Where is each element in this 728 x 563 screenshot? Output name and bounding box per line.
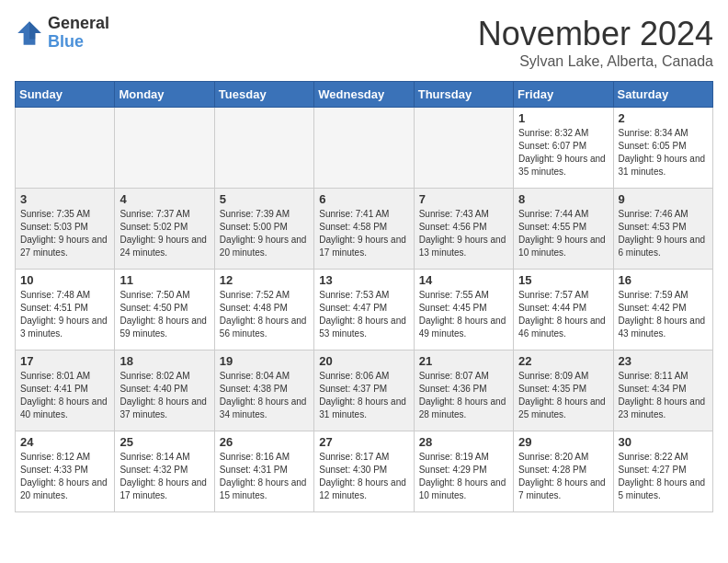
calendar-cell: 7Sunrise: 7:43 AM Sunset: 4:56 PM Daylig… bbox=[414, 189, 513, 270]
day-info: Sunrise: 7:57 AM Sunset: 4:44 PM Dayligh… bbox=[518, 289, 608, 340]
day-info: Sunrise: 7:50 AM Sunset: 4:50 PM Dayligh… bbox=[119, 289, 209, 340]
day-number: 28 bbox=[419, 435, 508, 449]
logo-icon bbox=[15, 18, 44, 48]
calendar-week-row: 17Sunrise: 8:01 AM Sunset: 4:41 PM Dayli… bbox=[16, 350, 713, 431]
day-info: Sunrise: 7:55 AM Sunset: 4:45 PM Dayligh… bbox=[419, 289, 508, 340]
location-subtitle: Sylvan Lake, Alberta, Canada bbox=[478, 53, 713, 70]
calendar-cell: 2Sunrise: 8:34 AM Sunset: 6:05 PM Daylig… bbox=[613, 108, 712, 189]
day-info: Sunrise: 8:19 AM Sunset: 4:29 PM Dayligh… bbox=[419, 451, 508, 502]
day-number: 4 bbox=[119, 192, 209, 206]
day-number: 29 bbox=[518, 435, 608, 449]
calendar-body: 1Sunrise: 8:32 AM Sunset: 6:07 PM Daylig… bbox=[16, 108, 713, 512]
day-info: Sunrise: 7:37 AM Sunset: 5:02 PM Dayligh… bbox=[119, 208, 209, 259]
calendar-cell: 6Sunrise: 7:41 AM Sunset: 4:58 PM Daylig… bbox=[314, 189, 414, 270]
calendar-cell bbox=[314, 108, 414, 189]
day-number: 3 bbox=[20, 192, 109, 206]
day-number: 12 bbox=[220, 273, 309, 287]
day-info: Sunrise: 8:09 AM Sunset: 4:35 PM Dayligh… bbox=[518, 370, 608, 421]
day-info: Sunrise: 8:22 AM Sunset: 4:27 PM Dayligh… bbox=[619, 451, 708, 502]
page-header: General Blue November 2024 Sylvan Lake, … bbox=[15, 15, 713, 70]
day-info: Sunrise: 8:34 AM Sunset: 6:05 PM Dayligh… bbox=[619, 127, 708, 178]
calendar-cell bbox=[16, 108, 115, 189]
calendar-week-row: 10Sunrise: 7:48 AM Sunset: 4:51 PM Dayli… bbox=[16, 270, 713, 350]
header-saturday: Saturday bbox=[613, 82, 712, 108]
day-number: 7 bbox=[419, 192, 508, 206]
day-info: Sunrise: 8:16 AM Sunset: 4:31 PM Dayligh… bbox=[220, 451, 309, 502]
calendar-cell: 28Sunrise: 8:19 AM Sunset: 4:29 PM Dayli… bbox=[414, 431, 513, 512]
calendar-cell: 17Sunrise: 8:01 AM Sunset: 4:41 PM Dayli… bbox=[16, 350, 115, 431]
calendar-cell bbox=[214, 108, 313, 189]
header-tuesday: Tuesday bbox=[214, 82, 313, 108]
calendar-cell: 15Sunrise: 7:57 AM Sunset: 4:44 PM Dayli… bbox=[514, 270, 613, 350]
day-info: Sunrise: 8:07 AM Sunset: 4:36 PM Dayligh… bbox=[419, 370, 508, 421]
calendar-cell: 8Sunrise: 7:44 AM Sunset: 4:55 PM Daylig… bbox=[514, 189, 613, 270]
calendar-cell: 30Sunrise: 8:22 AM Sunset: 4:27 PM Dayli… bbox=[613, 431, 712, 512]
day-info: Sunrise: 8:12 AM Sunset: 4:33 PM Dayligh… bbox=[20, 451, 109, 502]
header-sunday: Sunday bbox=[16, 82, 115, 108]
calendar-cell: 18Sunrise: 8:02 AM Sunset: 4:40 PM Dayli… bbox=[115, 350, 214, 431]
day-info: Sunrise: 7:35 AM Sunset: 5:03 PM Dayligh… bbox=[20, 208, 109, 259]
calendar-cell: 16Sunrise: 7:59 AM Sunset: 4:42 PM Dayli… bbox=[613, 270, 712, 350]
day-number: 23 bbox=[619, 354, 708, 368]
day-info: Sunrise: 8:20 AM Sunset: 4:28 PM Dayligh… bbox=[518, 451, 608, 502]
calendar-cell: 5Sunrise: 7:39 AM Sunset: 5:00 PM Daylig… bbox=[214, 189, 313, 270]
calendar-cell: 4Sunrise: 7:37 AM Sunset: 5:02 PM Daylig… bbox=[115, 189, 214, 270]
day-number: 17 bbox=[20, 354, 109, 368]
calendar-cell: 11Sunrise: 7:50 AM Sunset: 4:50 PM Dayli… bbox=[115, 270, 214, 350]
calendar-cell: 1Sunrise: 8:32 AM Sunset: 6:07 PM Daylig… bbox=[514, 108, 613, 189]
day-number: 9 bbox=[619, 192, 708, 206]
day-number: 8 bbox=[518, 192, 608, 206]
day-number: 15 bbox=[518, 273, 608, 287]
day-info: Sunrise: 7:53 AM Sunset: 4:47 PM Dayligh… bbox=[319, 289, 408, 340]
day-number: 11 bbox=[119, 273, 209, 287]
calendar-week-row: 1Sunrise: 8:32 AM Sunset: 6:07 PM Daylig… bbox=[16, 108, 713, 189]
day-info: Sunrise: 7:52 AM Sunset: 4:48 PM Dayligh… bbox=[220, 289, 309, 340]
day-number: 20 bbox=[319, 354, 408, 368]
day-number: 30 bbox=[619, 435, 708, 449]
calendar-cell: 25Sunrise: 8:14 AM Sunset: 4:32 PM Dayli… bbox=[115, 431, 214, 512]
calendar-cell: 14Sunrise: 7:55 AM Sunset: 4:45 PM Dayli… bbox=[414, 270, 513, 350]
title-section: November 2024 Sylvan Lake, Alberta, Cana… bbox=[478, 15, 713, 70]
day-number: 13 bbox=[319, 273, 408, 287]
day-info: Sunrise: 7:39 AM Sunset: 5:00 PM Dayligh… bbox=[220, 208, 309, 259]
header-monday: Monday bbox=[115, 82, 214, 108]
header-thursday: Thursday bbox=[414, 82, 513, 108]
day-info: Sunrise: 8:14 AM Sunset: 4:32 PM Dayligh… bbox=[119, 451, 209, 502]
day-info: Sunrise: 8:32 AM Sunset: 6:07 PM Dayligh… bbox=[518, 127, 608, 178]
day-info: Sunrise: 8:11 AM Sunset: 4:34 PM Dayligh… bbox=[619, 370, 708, 421]
day-info: Sunrise: 7:46 AM Sunset: 4:53 PM Dayligh… bbox=[619, 208, 708, 259]
day-info: Sunrise: 7:48 AM Sunset: 4:51 PM Dayligh… bbox=[20, 289, 109, 340]
day-number: 21 bbox=[419, 354, 508, 368]
calendar-cell: 3Sunrise: 7:35 AM Sunset: 5:03 PM Daylig… bbox=[16, 189, 115, 270]
logo-text: General Blue bbox=[48, 15, 109, 52]
calendar-cell: 23Sunrise: 8:11 AM Sunset: 4:34 PM Dayli… bbox=[613, 350, 712, 431]
header-row: Sunday Monday Tuesday Wednesday Thursday… bbox=[16, 82, 713, 108]
calendar-cell: 10Sunrise: 7:48 AM Sunset: 4:51 PM Dayli… bbox=[16, 270, 115, 350]
calendar-cell: 21Sunrise: 8:07 AM Sunset: 4:36 PM Dayli… bbox=[414, 350, 513, 431]
calendar-cell: 27Sunrise: 8:17 AM Sunset: 4:30 PM Dayli… bbox=[314, 431, 414, 512]
day-info: Sunrise: 7:41 AM Sunset: 4:58 PM Dayligh… bbox=[319, 208, 408, 259]
day-info: Sunrise: 8:06 AM Sunset: 4:37 PM Dayligh… bbox=[319, 370, 408, 421]
calendar-cell: 22Sunrise: 8:09 AM Sunset: 4:35 PM Dayli… bbox=[514, 350, 613, 431]
day-info: Sunrise: 8:02 AM Sunset: 4:40 PM Dayligh… bbox=[119, 370, 209, 421]
day-number: 27 bbox=[319, 435, 408, 449]
calendar-header: Sunday Monday Tuesday Wednesday Thursday… bbox=[16, 82, 713, 108]
logo-blue-text: Blue bbox=[48, 33, 109, 52]
calendar-cell: 9Sunrise: 7:46 AM Sunset: 4:53 PM Daylig… bbox=[613, 189, 712, 270]
day-number: 19 bbox=[220, 354, 309, 368]
day-info: Sunrise: 8:17 AM Sunset: 4:30 PM Dayligh… bbox=[319, 451, 408, 502]
month-year-title: November 2024 bbox=[478, 15, 713, 53]
header-friday: Friday bbox=[514, 82, 613, 108]
calendar-cell bbox=[414, 108, 513, 189]
day-number: 2 bbox=[619, 111, 708, 125]
header-wednesday: Wednesday bbox=[314, 82, 414, 108]
calendar-table: Sunday Monday Tuesday Wednesday Thursday… bbox=[15, 81, 713, 512]
calendar-cell: 20Sunrise: 8:06 AM Sunset: 4:37 PM Dayli… bbox=[314, 350, 414, 431]
calendar-cell: 13Sunrise: 7:53 AM Sunset: 4:47 PM Dayli… bbox=[314, 270, 414, 350]
day-number: 16 bbox=[619, 273, 708, 287]
day-info: Sunrise: 7:43 AM Sunset: 4:56 PM Dayligh… bbox=[419, 208, 508, 259]
day-info: Sunrise: 8:01 AM Sunset: 4:41 PM Dayligh… bbox=[20, 370, 109, 421]
day-number: 1 bbox=[518, 111, 608, 125]
calendar-cell bbox=[115, 108, 214, 189]
calendar-cell: 26Sunrise: 8:16 AM Sunset: 4:31 PM Dayli… bbox=[214, 431, 313, 512]
